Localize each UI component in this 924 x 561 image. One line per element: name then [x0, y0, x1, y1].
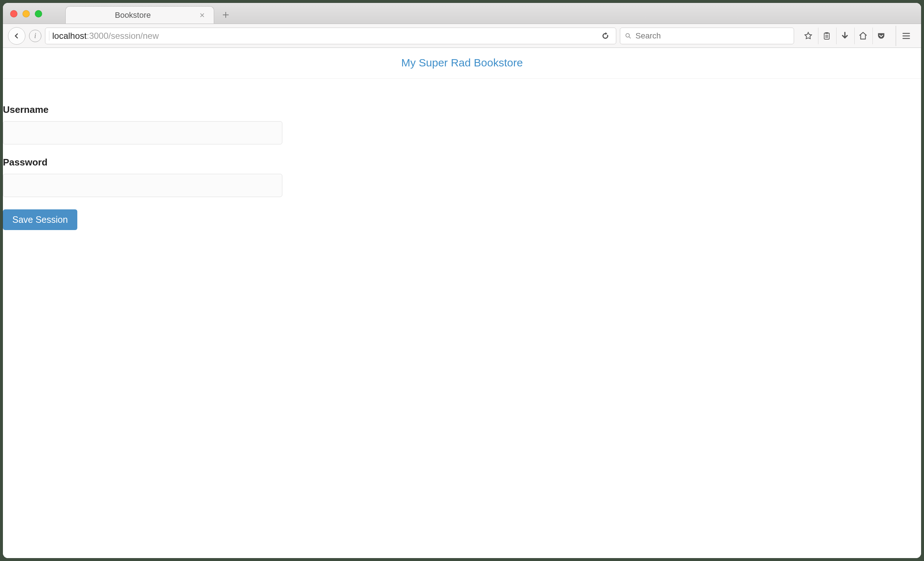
home-button[interactable]	[854, 28, 871, 44]
menu-button[interactable]	[896, 26, 916, 46]
pocket-button[interactable]	[873, 28, 889, 44]
home-icon	[858, 31, 868, 40]
address-separator	[49, 31, 50, 40]
window-minimize-button[interactable]	[22, 10, 30, 17]
password-label: Password	[3, 157, 282, 168]
pocket-icon	[876, 31, 886, 40]
clipboard-icon	[822, 31, 831, 40]
downloads-button[interactable]	[836, 28, 853, 44]
reload-button[interactable]	[598, 32, 612, 40]
reload-icon	[601, 32, 610, 40]
download-icon	[840, 31, 850, 40]
url-text[interactable]: localhost:3000/session/new	[52, 31, 596, 41]
login-form: Username Password Save Session	[3, 104, 282, 230]
window-close-button[interactable]	[10, 10, 17, 17]
bookmark-button[interactable]	[800, 28, 817, 44]
plus-icon	[222, 11, 230, 18]
svg-point-0	[626, 33, 629, 37]
window-maximize-button[interactable]	[35, 10, 42, 17]
address-bar[interactable]: localhost:3000/session/new	[45, 28, 616, 44]
arrow-left-icon	[13, 32, 21, 40]
site-header: My Super Rad Bookstore	[3, 48, 921, 79]
username-field-group: Username	[3, 104, 282, 144]
search-icon	[625, 32, 632, 39]
new-tab-button[interactable]	[219, 8, 233, 22]
search-bar[interactable]	[620, 28, 794, 44]
url-host: localhost	[52, 31, 87, 40]
login-form-wrap: Username Password Save Session	[3, 104, 282, 230]
search-input[interactable]	[636, 31, 789, 40]
star-icon	[804, 31, 813, 40]
tab-close-icon[interactable]: ×	[198, 10, 207, 20]
site-title-link[interactable]: My Super Rad Bookstore	[401, 57, 523, 69]
page-content: My Super Rad Bookstore Username Password…	[3, 48, 921, 558]
tab-title: Bookstore	[73, 10, 193, 20]
username-label: Username	[3, 104, 282, 116]
hamburger-icon	[901, 32, 911, 40]
save-session-button[interactable]: Save Session	[3, 209, 77, 230]
svg-rect-2	[825, 32, 828, 34]
password-field-group: Password	[3, 157, 282, 197]
username-input[interactable]	[3, 121, 282, 144]
browser-tab[interactable]: Bookstore ×	[65, 6, 214, 24]
password-input[interactable]	[3, 174, 282, 197]
site-info-button[interactable]: i	[29, 30, 41, 42]
back-button[interactable]	[8, 27, 26, 45]
toolbar-icons	[800, 28, 889, 44]
window-controls	[10, 10, 42, 17]
browser-toolbar: i localhost:3000/session/new	[3, 24, 921, 48]
url-path: :3000/session/new	[87, 31, 159, 40]
reading-list-button[interactable]	[818, 28, 835, 44]
browser-window: Bookstore × i localhost:3000/session/new	[3, 3, 921, 558]
tab-strip: Bookstore ×	[3, 3, 921, 24]
